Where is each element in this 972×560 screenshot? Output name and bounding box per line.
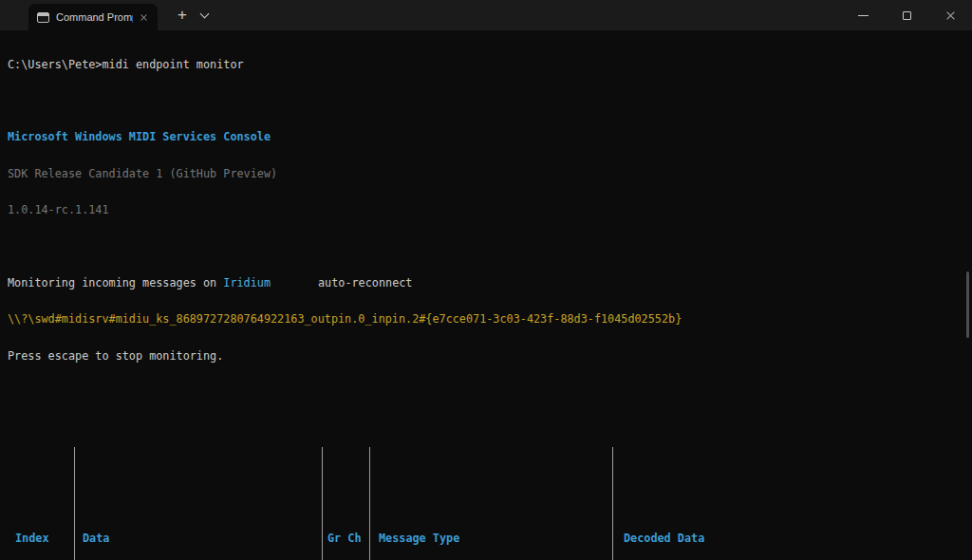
escape-hint: Press escape to stop monitoring. — [8, 350, 972, 363]
header-index: Index — [8, 532, 74, 545]
close-icon — [140, 13, 147, 21]
titlebar: Command Prompt - midi end + — [0, 0, 972, 30]
column-separator — [369, 447, 370, 560]
column-separator — [74, 447, 75, 560]
version-line: 1.0.14-rc.1.141 — [8, 204, 972, 216]
scrollbar-thumb[interactable] — [966, 271, 969, 338]
command-prompt-icon — [37, 12, 49, 23]
prompt-line: C:\Users\Pete>midi endpoint monitor — [8, 59, 972, 71]
tab-title: Command Prompt - midi end — [56, 11, 133, 23]
sdk-line: SDK Release Candidate 1 (GitHub Preview) — [8, 168, 972, 180]
close-icon — [945, 10, 956, 21]
minimize-button[interactable] — [841, 0, 885, 30]
column-separator — [322, 447, 323, 560]
new-tab-button[interactable]: + — [171, 3, 194, 28]
window-controls — [841, 0, 972, 30]
terminal-tab[interactable]: Command Prompt - midi end — [28, 4, 158, 30]
tab-dropdown-button[interactable] — [194, 3, 215, 28]
maximize-icon — [903, 11, 911, 20]
header-gr-ch: Gr Ch — [322, 532, 369, 545]
column-separator — [612, 447, 613, 560]
auto-reconnect-label: auto-reconnect — [318, 276, 412, 289]
monitoring-line: Monitoring incoming messages on Iridiuma… — [8, 277, 972, 289]
header-decoded-data: Decoded Data — [612, 532, 972, 545]
monitoring-prefix: Monitoring incoming messages on — [8, 276, 223, 289]
chevron-down-icon — [199, 9, 209, 18]
maximize-button[interactable] — [885, 0, 928, 30]
endpoint-id: \\?\swd#midisrv#midiu_ks_868972728076492… — [8, 313, 972, 326]
header-data: Data — [74, 532, 322, 545]
monitor-table: Index Data Gr Ch Message Type Decoded Da… — [8, 447, 972, 560]
minimize-icon — [858, 15, 869, 16]
endpoint-name: Iridium — [223, 276, 271, 289]
tab-close-button[interactable] — [137, 10, 151, 25]
app-title: Microsoft Windows MIDI Services Console — [8, 131, 972, 143]
table-header-row: Index Data Gr Ch Message Type Decoded Da… — [8, 532, 972, 545]
close-button[interactable] — [928, 0, 972, 30]
header-message-type: Message Type — [369, 532, 612, 545]
terminal-content: C:\Users\Pete>midi endpoint monitor Micr… — [0, 30, 972, 560]
